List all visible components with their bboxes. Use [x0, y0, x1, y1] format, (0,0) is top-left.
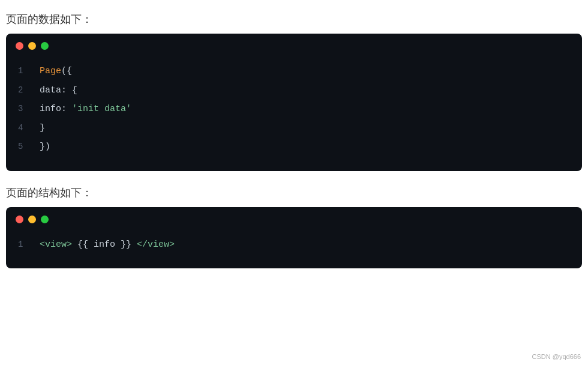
line-text: <view> {{ info }} </view> — [40, 235, 175, 255]
code-line: 1Page({ — [18, 62, 570, 81]
line-text: Page({ — [40, 62, 72, 81]
code-content-1: 1Page({2 data: {3 info: 'init data'4 }5}… — [6, 56, 582, 171]
code-block-1: 1Page({2 data: {3 info: 'init data'4 }5}… — [6, 34, 582, 171]
code-line: 3 info: 'init data' — [18, 100, 570, 119]
line-text: }) — [40, 137, 50, 157]
light-red-1 — [16, 42, 23, 50]
light-yellow-1 — [28, 42, 36, 50]
code-content-2: 1<view> {{ info }} </view> — [6, 229, 582, 269]
light-green-1 — [41, 42, 49, 50]
line-text: data: { — [40, 81, 77, 100]
section2-title: 页面的结构如下： — [6, 186, 582, 200]
code-line: 2 data: { — [18, 81, 570, 100]
line-number: 2 — [18, 82, 32, 99]
watermark: CSDN @yqd666 — [532, 353, 581, 360]
line-number: 1 — [18, 236, 32, 253]
code-line: 5}) — [18, 137, 570, 157]
code-line: 4 } — [18, 119, 570, 138]
light-yellow-2 — [28, 216, 36, 223]
code-block-2: 1<view> {{ info }} </view> — [6, 207, 582, 269]
line-text: } — [40, 119, 45, 138]
traffic-lights-1 — [6, 34, 582, 56]
line-number: 4 — [18, 119, 32, 137]
line-number: 1 — [18, 62, 32, 80]
line-number: 5 — [18, 138, 32, 155]
light-green-2 — [41, 216, 49, 223]
code-line: 1<view> {{ info }} </view> — [18, 235, 570, 255]
line-number: 3 — [18, 100, 32, 118]
line-text: info: 'init data' — [40, 100, 131, 119]
traffic-lights-2 — [6, 207, 582, 229]
section1-title: 页面的数据如下： — [6, 12, 582, 26]
light-red-2 — [16, 216, 23, 223]
